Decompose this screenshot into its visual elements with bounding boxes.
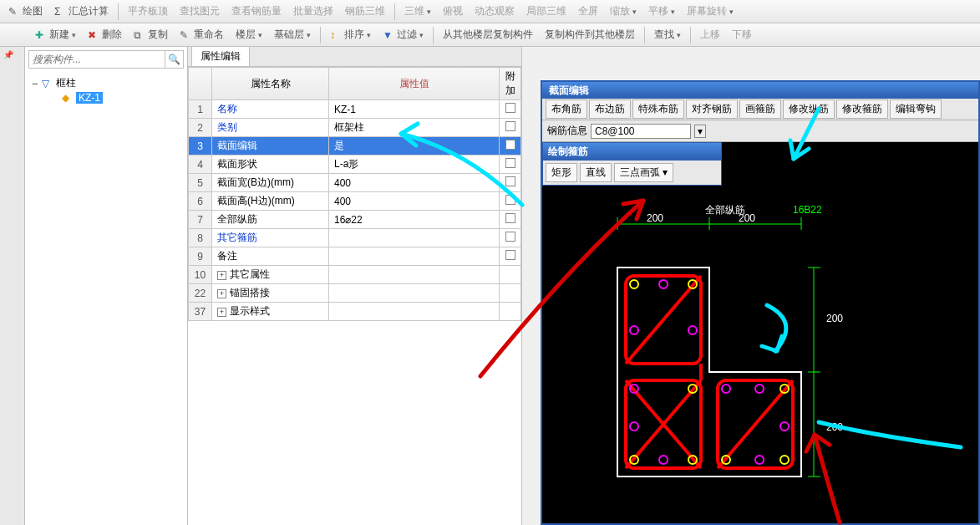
checkbox[interactable] (505, 140, 515, 150)
prop-value[interactable]: 框架柱 (329, 119, 500, 137)
checkbox[interactable] (505, 176, 515, 186)
prop-value[interactable] (329, 247, 500, 266)
zoom-button[interactable]: 缩放 (605, 3, 642, 20)
section-tool-button[interactable]: 布角筋 (546, 99, 587, 119)
prop-row[interactable]: 37+显示样式 (189, 303, 521, 321)
prop-row[interactable]: 5截面宽(B边)(mm)400 (189, 174, 521, 192)
rebar-dot[interactable] (630, 280, 638, 288)
prop-value[interactable] (329, 229, 500, 247)
filter-button[interactable]: ▼过滤 (378, 26, 429, 43)
collapse-icon[interactable]: − (30, 78, 39, 89)
new-button[interactable]: ✚新建 (30, 26, 81, 43)
view-rebar-button[interactable]: 查看钢筋量 (226, 3, 287, 20)
tree-child[interactable]: ◆ KZ-1 (30, 91, 182, 104)
prop-row[interactable]: 1名称KZ-1 (189, 100, 521, 119)
align-button[interactable]: 平齐板顶 (123, 3, 173, 20)
checkbox[interactable] (505, 213, 515, 223)
dropdown-icon[interactable]: ▾ (694, 125, 706, 138)
rebar-dot[interactable] (780, 456, 789, 464)
section-tool-button[interactable]: 修改纵筋 (783, 99, 835, 119)
prop-row[interactable]: 4截面形状L-a形 (189, 155, 521, 174)
prop-value[interactable]: 400 (329, 174, 500, 192)
rebar-dot[interactable] (755, 385, 764, 393)
rebar-3d-button[interactable]: 钢筋三维 (340, 3, 390, 20)
rebar-dot[interactable] (780, 422, 789, 431)
rebar-dot[interactable] (659, 280, 668, 288)
rebar-dot[interactable] (688, 326, 697, 334)
prop-value[interactable]: L-a形 (329, 155, 500, 174)
new-icon: ✚ (35, 29, 47, 41)
row-index: 1 (189, 100, 212, 119)
row-index: 7 (189, 211, 212, 229)
move-down-button[interactable]: 下移 (727, 26, 757, 43)
sort-button[interactable]: ↕排序 (325, 26, 376, 43)
section-tool-button[interactable]: 编辑弯钩 (890, 99, 942, 119)
prop-value[interactable]: 400 (329, 192, 500, 211)
rebar-dot[interactable] (630, 326, 638, 334)
prop-row[interactable]: 7全部纵筋16⌀22 (189, 211, 521, 229)
copy-button[interactable]: ⧉复制 (129, 26, 173, 43)
rename-button[interactable]: ✎重命名 (175, 26, 229, 43)
checkbox[interactable] (505, 121, 515, 131)
checkbox[interactable] (505, 232, 515, 242)
section-tool-button[interactable]: 布边筋 (589, 99, 631, 119)
prop-row[interactable]: 10+其它属性 (189, 266, 521, 284)
prop-row[interactable]: 9备注 (189, 247, 521, 266)
section-tool-button[interactable]: 特殊布筋 (632, 99, 684, 119)
rebar-info-input[interactable] (591, 124, 691, 139)
checkbox[interactable] (505, 103, 515, 113)
prop-row[interactable]: 8其它箍筋 (189, 229, 521, 247)
tree-search-button[interactable]: 🔍 (165, 51, 183, 68)
prop-row[interactable]: 6截面高(H边)(mm)400 (189, 192, 521, 211)
pin-icon[interactable]: 📌 (0, 47, 24, 63)
checkbox[interactable] (505, 158, 515, 168)
rotate-button[interactable]: 屏幕旋转 (682, 3, 739, 20)
top-toolbar-1: ✎绘图 Σ汇总计算 平齐板顶 查找图元 查看钢筋量 批量选择 钢筋三维 三维 俯… (0, 0, 980, 23)
copy-from-floor-button[interactable]: 从其他楼层复制构件 (438, 26, 538, 43)
rebar-dot[interactable] (630, 422, 638, 431)
delete-icon: ✖ (88, 29, 99, 41)
local3d-button[interactable]: 局部三维 (521, 3, 571, 20)
checkbox[interactable] (505, 250, 515, 260)
tree-search-input[interactable] (29, 51, 165, 68)
tree-root[interactable]: − ▽ 框柱 (30, 75, 182, 91)
find-elem-button[interactable]: 查找图元 (175, 3, 225, 20)
prop-value[interactable]: KZ-1 (329, 100, 500, 119)
rebar-dot[interactable] (755, 456, 764, 464)
dynamic-view-button[interactable]: 动态观察 (470, 3, 520, 20)
fullscreen-button[interactable]: 全屏 (573, 3, 603, 20)
search-button[interactable]: 查找 (649, 26, 686, 43)
batch-select-button[interactable]: 批量选择 (288, 3, 338, 20)
sum-button[interactable]: Σ汇总计算 (49, 3, 114, 20)
prop-value[interactable] (329, 266, 500, 284)
move-up-button[interactable]: 上移 (695, 26, 725, 43)
rebar-dot[interactable] (722, 385, 730, 393)
section-tool-button[interactable]: 修改箍筋 (836, 99, 888, 119)
prop-value[interactable]: 16⌀22 (329, 211, 500, 229)
tab-properties[interactable]: 属性编辑 (191, 46, 250, 66)
perspective-button[interactable]: 俯视 (438, 3, 468, 20)
basefloor-button[interactable]: 基础层 (269, 26, 316, 43)
checkbox[interactable] (505, 195, 515, 205)
pan-button[interactable]: 平移 (643, 3, 680, 20)
delete-button[interactable]: ✖删除 (83, 26, 127, 43)
prop-row[interactable]: 2类别框架柱 (189, 119, 521, 137)
rebar-info-label: 钢筋信息 (547, 124, 587, 138)
floor-button[interactable]: 楼层 (231, 26, 267, 43)
prop-value[interactable] (329, 303, 500, 321)
rebar-label: 全部纵筋 (705, 204, 745, 216)
copy-to-floor-button[interactable]: 复制构件到其他楼层 (540, 26, 640, 43)
view3d-button[interactable]: 三维 (399, 3, 436, 20)
section-tool-button[interactable]: 对齐钢筋 (686, 99, 738, 119)
rebar-dot[interactable] (659, 456, 668, 464)
prop-row[interactable]: 3截面编辑是 (189, 137, 521, 155)
prop-row[interactable]: 22+锚固搭接 (189, 284, 521, 303)
section-tool-button[interactable]: 画箍筋 (739, 99, 781, 119)
draw-button[interactable]: ✎绘图 (3, 3, 48, 20)
dim-top-1: 200 (647, 212, 663, 224)
section-canvas[interactable]: 200 200 200 200 全部纵筋 16B22 (542, 142, 977, 525)
row-index: 22 (189, 284, 212, 303)
prop-value[interactable] (329, 284, 500, 303)
prop-value[interactable]: 是 (329, 137, 500, 155)
component-icon: ◆ (62, 92, 74, 104)
